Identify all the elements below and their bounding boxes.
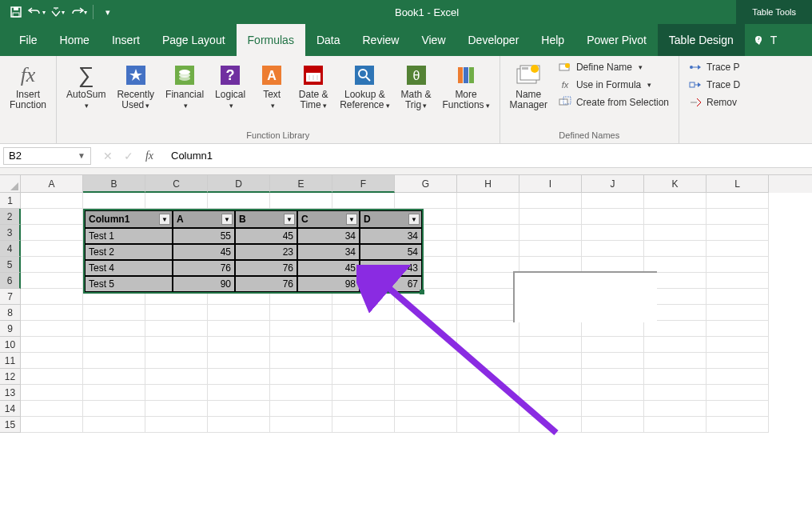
- row-header[interactable]: 4: [0, 241, 21, 257]
- cell[interactable]: [582, 257, 644, 273]
- cell[interactable]: [83, 417, 145, 433]
- cell[interactable]: [582, 337, 644, 353]
- cell[interactable]: [519, 257, 582, 273]
- cell[interactable]: [395, 401, 457, 417]
- cell[interactable]: [332, 193, 395, 209]
- row-header[interactable]: 5: [0, 257, 21, 273]
- table-cell[interactable]: 45: [235, 228, 297, 244]
- table-cell[interactable]: 76: [235, 276, 297, 292]
- cell[interactable]: [21, 257, 83, 273]
- cell[interactable]: [208, 353, 270, 369]
- cell[interactable]: [519, 401, 582, 417]
- cell[interactable]: [208, 321, 270, 337]
- cell[interactable]: [145, 353, 208, 369]
- table-cell[interactable]: 43: [360, 260, 422, 276]
- cell[interactable]: [457, 305, 519, 321]
- filter-dropdown-icon[interactable]: ▼: [408, 214, 420, 225]
- cell[interactable]: [395, 417, 457, 433]
- cell[interactable]: [582, 209, 644, 225]
- row-header[interactable]: 6: [0, 273, 21, 289]
- filter-dropdown-icon[interactable]: ▼: [221, 214, 233, 225]
- cell[interactable]: [707, 209, 769, 225]
- cancel-formula-icon[interactable]: ✕: [101, 150, 115, 162]
- cell[interactable]: [457, 273, 519, 289]
- cell[interactable]: [457, 401, 519, 417]
- cell[interactable]: [582, 193, 644, 209]
- cell[interactable]: [644, 337, 707, 353]
- row-header[interactable]: 11: [0, 353, 21, 369]
- cell[interactable]: [270, 353, 332, 369]
- tab-power-pivot[interactable]: Power Pivot: [575, 24, 658, 56]
- tab-file[interactable]: File: [8, 24, 49, 56]
- cell[interactable]: [644, 193, 707, 209]
- cell[interactable]: [582, 225, 644, 241]
- column-header[interactable]: E: [270, 175, 332, 193]
- cell[interactable]: [145, 193, 208, 209]
- select-all-button[interactable]: [0, 175, 21, 193]
- cell[interactable]: [83, 305, 145, 321]
- cell[interactable]: [21, 305, 83, 321]
- cell[interactable]: [707, 369, 769, 385]
- cell[interactable]: [395, 337, 457, 353]
- define-name-button[interactable]: Define Name ▾: [554, 59, 674, 75]
- cell[interactable]: [457, 241, 519, 257]
- column-header[interactable]: H: [457, 175, 519, 193]
- table-cell[interactable]: 34: [297, 244, 360, 260]
- cell[interactable]: [519, 369, 582, 385]
- cell[interactable]: [21, 209, 83, 225]
- tab-view[interactable]: View: [410, 24, 456, 56]
- cell[interactable]: [145, 337, 208, 353]
- cell[interactable]: [644, 225, 707, 241]
- cell[interactable]: [519, 417, 582, 433]
- cell[interactable]: [582, 353, 644, 369]
- cell[interactable]: [145, 401, 208, 417]
- tab-page-layout[interactable]: Page Layout: [151, 24, 237, 56]
- cell[interactable]: [83, 321, 145, 337]
- table-cell[interactable]: 76: [235, 260, 297, 276]
- row-header[interactable]: 10: [0, 337, 21, 353]
- cell[interactable]: [457, 385, 519, 401]
- table-cell[interactable]: Test 1: [85, 228, 173, 244]
- cell[interactable]: [332, 369, 395, 385]
- redo-icon[interactable]: ▾: [69, 2, 88, 22]
- undo-icon[interactable]: ▾: [27, 2, 46, 22]
- use-in-formula-button[interactable]: fxUse in Formula ▾: [554, 77, 674, 93]
- cell[interactable]: [395, 321, 457, 337]
- cell[interactable]: [270, 401, 332, 417]
- cell[interactable]: [270, 321, 332, 337]
- cell[interactable]: [83, 401, 145, 417]
- column-header[interactable]: F: [332, 175, 395, 193]
- column-header[interactable]: J: [582, 175, 644, 193]
- cell[interactable]: [457, 417, 519, 433]
- insert-function-button[interactable]: fx Insert Function: [5, 59, 51, 114]
- cell[interactable]: [21, 193, 83, 209]
- filter-dropdown-icon[interactable]: ▼: [346, 214, 357, 225]
- cell[interactable]: [332, 321, 395, 337]
- cell[interactable]: [270, 417, 332, 433]
- cell[interactable]: [270, 305, 332, 321]
- cell[interactable]: [519, 241, 582, 257]
- cell[interactable]: [270, 337, 332, 353]
- column-header[interactable]: A: [21, 175, 83, 193]
- cell[interactable]: [83, 337, 145, 353]
- table-cell[interactable]: Test 4: [85, 260, 173, 276]
- cell[interactable]: [21, 225, 83, 241]
- cell[interactable]: [707, 241, 769, 257]
- cell[interactable]: [582, 241, 644, 257]
- column-header[interactable]: G: [395, 175, 457, 193]
- trace-dependents-button[interactable]: Trace D: [684, 77, 745, 93]
- cell[interactable]: [519, 321, 582, 337]
- name-box[interactable]: B2▼: [3, 147, 91, 165]
- filter-dropdown-icon[interactable]: ▼: [159, 214, 170, 225]
- column-header[interactable]: C: [145, 175, 208, 193]
- filter-dropdown-icon[interactable]: ▼: [284, 214, 295, 225]
- more-functions-button[interactable]: More Functions▾: [438, 59, 495, 114]
- fill-handle[interactable]: [420, 290, 424, 294]
- cell[interactable]: [707, 401, 769, 417]
- cell[interactable]: [457, 193, 519, 209]
- cell[interactable]: [395, 369, 457, 385]
- table-cell[interactable]: 76: [173, 260, 235, 276]
- cell[interactable]: [457, 353, 519, 369]
- cell[interactable]: [457, 321, 519, 337]
- financial-button[interactable]: Financial▾: [161, 59, 209, 114]
